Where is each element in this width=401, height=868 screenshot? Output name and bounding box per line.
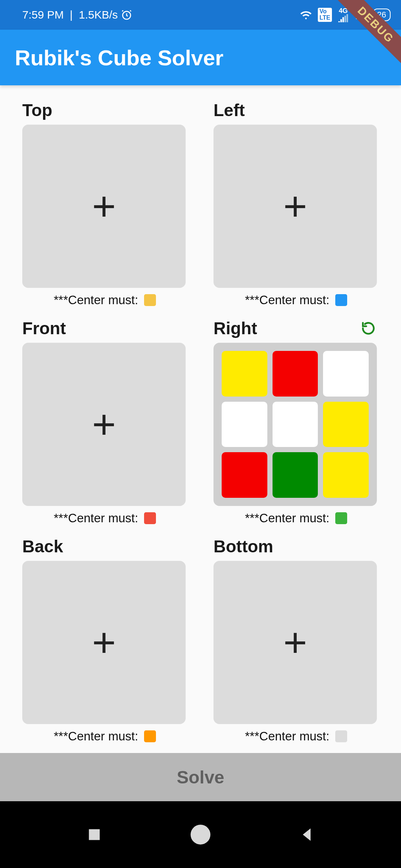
alarm-icon (121, 9, 133, 21)
face-front: Front + ***Center must: (22, 318, 188, 525)
swatch-top (144, 294, 156, 306)
face-top-title: Top (22, 100, 52, 120)
system-nav-bar (0, 801, 401, 868)
plus-icon: + (92, 404, 116, 445)
swatch-right (335, 512, 347, 524)
face-right-title: Right (213, 318, 257, 338)
status-sep: | (67, 9, 76, 21)
face-right-cell-3[interactable] (222, 402, 267, 447)
content: Top + ***Center must: Left + ***Center m… (0, 85, 401, 801)
nav-home-icon[interactable] (189, 823, 212, 846)
face-bottom: Bottom + ***Center must: (213, 536, 379, 743)
face-front-title: Front (22, 318, 66, 338)
swatch-left (335, 294, 347, 306)
face-bottom-hint: ***Center must: (213, 729, 379, 743)
face-right-cell-0[interactable] (222, 351, 267, 397)
swatch-front (144, 512, 156, 524)
plus-icon: + (283, 622, 307, 663)
reset-icon[interactable] (360, 320, 376, 336)
status-left: 7:59 PM | 1.5KB/s (22, 9, 133, 21)
swatch-back (144, 730, 156, 742)
swatch-bottom (335, 730, 347, 742)
face-right-cell-7[interactable] (273, 452, 318, 498)
status-time: 7:59 PM (22, 9, 64, 21)
hint-label: ***Center must: (54, 729, 138, 743)
face-right: Right ***Center must: (213, 318, 379, 525)
face-back-title: Back (22, 536, 63, 556)
solve-label: Solve (177, 767, 224, 788)
solve-button[interactable]: Solve (0, 753, 401, 801)
face-right-cell-1[interactable] (273, 351, 318, 397)
face-top-hint: ***Center must: (22, 293, 188, 307)
face-front-input[interactable]: + (22, 343, 186, 506)
wifi-icon (299, 9, 313, 20)
face-back-input[interactable]: + (22, 561, 186, 724)
plus-icon: + (283, 186, 307, 227)
face-back: Back + ***Center must: (22, 536, 188, 743)
face-right-grid[interactable] (213, 343, 377, 506)
face-right-cell-5[interactable] (323, 402, 369, 447)
face-grid-container: Top + ***Center must: Left + ***Center m… (22, 100, 379, 743)
face-right-cell-6[interactable] (222, 452, 267, 498)
hint-label: ***Center must: (245, 293, 329, 307)
status-bar: 7:59 PM | 1.5KB/s VoLTE 4G 26 (0, 0, 401, 30)
face-right-cell-8[interactable] (323, 452, 369, 498)
face-bottom-title: Bottom (213, 536, 273, 556)
hint-label: ***Center must: (54, 293, 138, 307)
face-bottom-input[interactable]: + (213, 561, 377, 724)
hint-label: ***Center must: (245, 729, 329, 743)
status-rate: 1.5KB/s (79, 9, 118, 21)
face-left-input[interactable]: + (213, 125, 377, 288)
plus-icon: + (92, 622, 116, 663)
hint-label: ***Center must: (245, 511, 329, 525)
app-bar: Rubik's Cube Solver (0, 30, 401, 85)
face-right-cell-2[interactable] (323, 351, 369, 397)
face-top-input[interactable]: + (22, 125, 186, 288)
nav-back-icon[interactable] (297, 825, 316, 844)
face-right-cell-4[interactable] (273, 402, 318, 447)
face-front-hint: ***Center must: (22, 511, 188, 525)
face-left-hint: ***Center must: (213, 293, 379, 307)
nav-recent-icon[interactable] (85, 825, 104, 844)
volte-icon: VoLTE (318, 8, 332, 22)
page-title: Rubik's Cube Solver (15, 45, 224, 70)
face-left: Left + ***Center must: (213, 100, 379, 307)
svg-rect-1 (89, 829, 100, 840)
face-top: Top + ***Center must: (22, 100, 188, 307)
face-left-title: Left (213, 100, 245, 120)
hint-label: ***Center must: (54, 511, 138, 525)
plus-icon: + (92, 186, 116, 227)
face-right-hint: ***Center must: (213, 511, 379, 525)
face-back-hint: ***Center must: (22, 729, 188, 743)
svg-point-3 (193, 828, 207, 841)
